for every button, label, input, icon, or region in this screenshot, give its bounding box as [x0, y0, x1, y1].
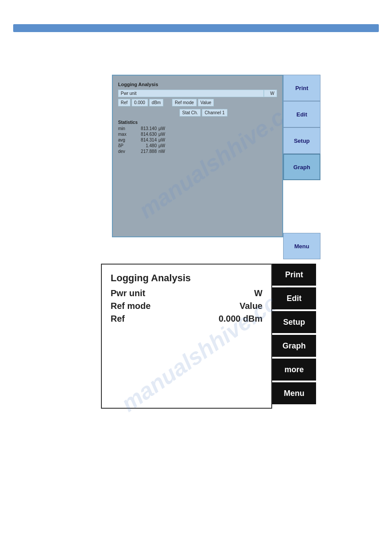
top-bar	[13, 24, 379, 32]
lower-button-column: Print Edit Setup Graph more Menu	[272, 264, 316, 404]
lower-setup-button[interactable]: Setup	[272, 311, 316, 333]
upper-stat-ch-label: Stat Ch.	[180, 109, 201, 116]
lower-ref-mode-value: Value	[240, 301, 263, 311]
upper-print-button[interactable]: Print	[283, 75, 320, 101]
lower-edit-button[interactable]: Edit	[272, 287, 316, 309]
stat-row-avg: avg 814.314 μW	[118, 138, 277, 142]
stat-unit-dev: nW	[158, 149, 167, 154]
stat-value-dev: 217.888	[130, 149, 157, 154]
upper-graph-button[interactable]: Graph	[283, 154, 320, 180]
stat-row-min: min 813.140 μW	[118, 126, 277, 131]
lower-pwr-unit-row: Pwr unit W	[111, 288, 263, 298]
lower-menu-button[interactable]: Menu	[272, 382, 316, 404]
upper-ref-mode-value: Value	[198, 99, 214, 106]
stat-value-dp: 1.480	[130, 143, 157, 148]
lower-ref-label: Ref	[111, 314, 125, 324]
stat-row-max: max 814.630 μW	[118, 132, 277, 137]
upper-ref-unit: dBm	[149, 99, 164, 106]
stat-unit-avg: μW	[158, 138, 167, 142]
lower-graph-button[interactable]: Graph	[272, 335, 316, 357]
stat-row-dev: dev 217.888 nW	[118, 149, 277, 154]
upper-button-column: Print Edit Setup Graph Menu	[283, 75, 320, 259]
lower-pwr-unit-label: Pwr unit	[111, 288, 145, 298]
upper-ref-value: 0.000	[132, 99, 148, 106]
stat-label-dp: δP	[118, 143, 130, 148]
stat-label-dev: dev	[118, 149, 130, 154]
lower-print-button[interactable]: Print	[272, 264, 316, 286]
stat-label-max: max	[118, 132, 130, 137]
lower-ref-mode-row: Ref mode Value	[111, 301, 263, 311]
upper-pwr-unit-value: W	[264, 90, 277, 97]
stat-label-avg: avg	[118, 138, 130, 142]
upper-panel: Logging Analysis Pwr unit W Ref 0.000 dB…	[112, 75, 283, 237]
lower-panel-title: Logging Analysis	[111, 272, 263, 284]
stat-value-max: 814.630	[130, 132, 157, 137]
upper-spacer	[283, 180, 320, 233]
upper-menu-button[interactable]: Menu	[283, 233, 320, 259]
stat-unit-max: μW	[158, 132, 167, 137]
lower-ref-value: 0.000 dBm	[219, 314, 263, 324]
lower-panel: Logging Analysis Pwr unit W Ref mode Val…	[101, 264, 272, 409]
stat-value-min: 813.140	[130, 126, 157, 131]
upper-stats-list: min 813.140 μW max 814.630 μW avg 814.31…	[118, 126, 277, 154]
upper-pwr-unit-label: Pwr unit	[118, 90, 264, 97]
stat-label-min: min	[118, 126, 130, 131]
stat-row-dp: δP 1.480 μW	[118, 143, 277, 148]
stat-unit-min: μW	[158, 126, 167, 131]
upper-statistics-title: Statistics	[118, 120, 277, 125]
lower-pwr-unit-value: W	[254, 288, 263, 298]
upper-ref-mode-label: Ref mode	[172, 99, 196, 106]
stat-unit-dp: μW	[158, 143, 167, 148]
lower-ref-mode-label: Ref mode	[111, 301, 151, 311]
lower-more-button[interactable]: more	[272, 359, 316, 381]
stat-value-avg: 814.314	[130, 138, 157, 142]
upper-stat-ch-value: Channel 1	[202, 109, 227, 116]
upper-panel-title: Logging Analysis	[118, 82, 277, 87]
lower-ref-row: Ref 0.000 dBm	[111, 314, 263, 324]
upper-ref-label: Ref	[118, 99, 130, 106]
upper-setup-button[interactable]: Setup	[283, 127, 320, 154]
upper-edit-button[interactable]: Edit	[283, 101, 320, 127]
